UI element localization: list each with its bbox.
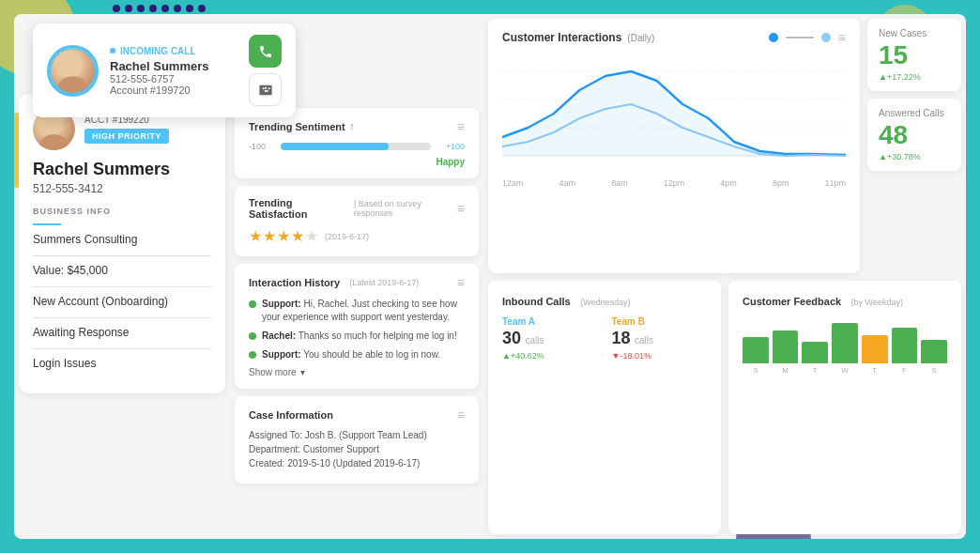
- call-account: Account #199720: [110, 84, 237, 96]
- middle-panel: Trending Sentiment ↑ ≡ -100 +100 Happy T…: [235, 108, 479, 534]
- chart-menu-icon[interactable]: ≡: [838, 30, 846, 45]
- feedback-label-F-5: F: [892, 366, 918, 375]
- legend-line: [786, 37, 814, 38]
- feedback-label-T-2: T: [802, 366, 828, 375]
- rating-stars: ★★★★★: [249, 227, 319, 245]
- answered-calls-title: Answered Calls: [879, 108, 950, 118]
- answered-calls-value: 48: [879, 122, 950, 148]
- new-cases-value: 15: [879, 42, 950, 69]
- trending-sentiment-card: Trending Sentiment ↑ ≡ -100 +100 Happy: [235, 108, 479, 178]
- team-a-block: Team A 30 calls ▲+40.62%: [502, 316, 598, 361]
- satisfaction-menu-icon[interactable]: ≡: [457, 201, 465, 216]
- interaction-item-2: Rachel: Thanks so much for helping me lo…: [249, 330, 465, 343]
- feedback-bar-chart: [743, 316, 947, 363]
- rating-date: (2019-6-17): [325, 232, 369, 241]
- satisfaction-subtitle: | Based on survey responses: [354, 199, 457, 218]
- feedback-bar-labels: SMTWTFS: [743, 366, 947, 375]
- feedback-bar-F: [892, 328, 918, 363]
- sentiment-up-arrow: ↑: [349, 120, 355, 133]
- feedback-bar-T: [802, 342, 828, 363]
- customer-feedback-title: Customer Feedback: [743, 296, 841, 307]
- team-b-block: Team B 18 calls ▼-18.01%: [612, 316, 708, 361]
- call-avatar: [47, 45, 99, 97]
- inbound-calls-title: Inbound Calls: [502, 296, 571, 307]
- svg-point-3: [45, 115, 64, 134]
- sentiment-bar-fill: [281, 143, 389, 150]
- case-department: Department: Customer Support: [249, 444, 465, 454]
- feedback-bar-S: [921, 340, 947, 363]
- case-assigned: Assigned To: Josh B. (Support Team Lead): [249, 430, 465, 440]
- team-a-label: calls: [525, 335, 544, 346]
- case-menu-icon[interactable]: ≡: [457, 407, 465, 422]
- trending-satisfaction-card: Trending Satisfaction | Based on survey …: [235, 186, 479, 256]
- business-info-label: BUSINESS INFO: [33, 207, 211, 216]
- happy-label: Happy: [249, 157, 465, 167]
- incoming-call-popup: INCOMING CALL Rachel Summers 512-555-675…: [33, 23, 296, 117]
- team-b-label: calls: [635, 335, 653, 346]
- call-info: INCOMING CALL Rachel Summers 512-555-675…: [110, 46, 237, 96]
- inbound-calls-period: (Wednesday): [580, 298, 630, 307]
- team-row: Team A 30 calls ▲+40.62% Team B 18 calls: [502, 316, 707, 361]
- feedback-bar-M: [773, 330, 799, 363]
- show-more-button[interactable]: Show more ▾: [249, 367, 465, 377]
- team-a-calls: 30: [502, 329, 521, 347]
- interaction-menu-icon[interactable]: ≡: [457, 275, 465, 290]
- inbound-calls-card: Inbound Calls (Wednesday) Team A 30 call…: [488, 281, 721, 535]
- chart-period: (Daily): [627, 33, 654, 43]
- incoming-label: INCOMING CALL: [110, 46, 237, 56]
- company-name: Summers Consulting: [33, 233, 211, 246]
- call-name: Rachel Summers: [110, 59, 237, 73]
- sentiment-menu-icon[interactable]: ≡: [457, 119, 465, 134]
- feedback-bar-W: [832, 323, 858, 363]
- customer-feedback-period: (by Weekday): [851, 298, 903, 307]
- legend-dot-1: [769, 33, 778, 42]
- customer-feedback-card: Customer Feedback (by Weekday) SMTWTFS: [728, 281, 961, 535]
- account-type: New Account (Onboarding): [33, 295, 211, 308]
- deco-dots-top: [113, 5, 206, 12]
- chart-area: [502, 53, 846, 175]
- chart-title: Customer Interactions: [502, 31, 621, 44]
- feedback-label-S-6: S: [921, 366, 947, 375]
- divider: [33, 223, 61, 225]
- keypad-button[interactable]: [249, 73, 282, 106]
- answered-calls-card: Answered Calls 48 ▲+30.78%: [867, 99, 961, 171]
- svg-point-0: [63, 55, 83, 75]
- trending-sentiment-title: Trending Sentiment: [249, 121, 345, 132]
- interaction-item-3: Support: You should be able to log in no…: [249, 348, 465, 361]
- legend-dot-2: [821, 33, 831, 42]
- team-b-name: Team B: [612, 316, 708, 327]
- company-value: Value: $45,000: [33, 264, 211, 277]
- chart-legend: ≡: [769, 30, 846, 45]
- sentiment-minus: -100: [249, 142, 275, 151]
- call-phone: 512-555-6757: [110, 73, 237, 84]
- profile-phone: 512-555-3412: [33, 182, 211, 195]
- case-information-card: Case Information ≡ Assigned To: Josh B. …: [235, 396, 479, 484]
- feedback-label-S-0: S: [743, 366, 769, 375]
- new-cases-card: New Cases 15 ▲+17.22%: [867, 19, 961, 91]
- team-a-name: Team A: [502, 316, 598, 327]
- feedback-label-M-1: M: [773, 366, 799, 375]
- priority-badge: HIGH PRIORITY: [84, 129, 169, 144]
- stats-column: New Cases 15 ▲+17.22% Answered Calls 48 …: [867, 19, 961, 273]
- svg-point-4: [40, 134, 69, 150]
- team-a-change: ▲+40.62%: [502, 351, 598, 361]
- profile-card: ACCT #199220 HIGH PRIORITY Rachel Summer…: [19, 94, 225, 393]
- account-issue: Login Issues: [33, 357, 211, 370]
- feedback-label-T-4: T: [862, 366, 888, 375]
- call-actions: [249, 35, 282, 106]
- trending-satisfaction-title: Trending Satisfaction: [249, 197, 348, 220]
- case-info-title: Case Information: [249, 409, 333, 421]
- sentiment-bar-track: [281, 143, 431, 150]
- case-created: Created: 2019-5-10 (Updated 2019-6-17): [249, 458, 465, 469]
- feedback-bar-T: [862, 335, 888, 363]
- answered-calls-change: ▲+30.78%: [879, 152, 950, 161]
- interaction-history-card: Interaction History (Latest 2019-6-17) ≡…: [235, 264, 479, 389]
- sentiment-plus: +100: [436, 142, 465, 151]
- team-b-calls: 18: [612, 329, 631, 347]
- new-cases-change: ▲+17.22%: [879, 72, 950, 82]
- answer-call-button[interactable]: [249, 35, 282, 68]
- interaction-history-subtitle: (Latest 2019-6-17): [349, 278, 419, 287]
- interaction-item-1: Support: Hi, Rachel. Just checking to se…: [249, 298, 465, 324]
- team-b-change: ▼-18.01%: [612, 351, 708, 361]
- customer-interactions-card: Customer Interactions (Daily) ≡: [488, 19, 860, 273]
